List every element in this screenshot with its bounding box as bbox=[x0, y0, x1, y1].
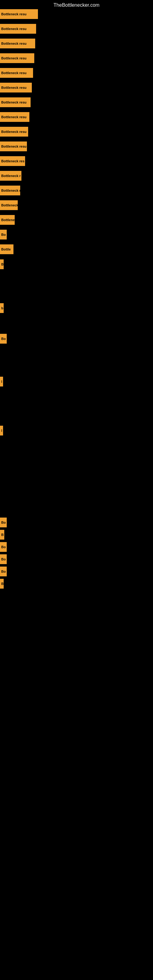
bar-label: B bbox=[1, 262, 4, 266]
bar-label: Bo bbox=[1, 337, 6, 340]
bar-label: Bottleneck resu bbox=[1, 41, 27, 45]
bar-label: Bottleneck resu bbox=[1, 115, 27, 119]
bar-item: Bottleneck resu bbox=[0, 97, 30, 107]
bar-item: Bottleneck res bbox=[0, 156, 25, 166]
bar-item: B bbox=[0, 259, 4, 269]
bar-item: Bo bbox=[0, 542, 7, 552]
bar-label: Bo bbox=[1, 545, 6, 549]
bar-item: Bo bbox=[0, 554, 7, 564]
bar-label: B bbox=[1, 582, 4, 585]
bar-label: Bottleneck resu bbox=[1, 71, 27, 75]
bar-label: Bottleneck resu bbox=[1, 27, 27, 30]
bar-label: Bottleneck r bbox=[1, 189, 20, 192]
bar-item: Bottleneck resu bbox=[0, 127, 28, 137]
bar-item: Bo bbox=[0, 517, 7, 527]
bar-label: Bottleneck resu bbox=[1, 145, 27, 148]
bar-item: Bo bbox=[0, 230, 7, 240]
bar-item: Bottleneck resu bbox=[0, 83, 32, 92]
bar-item: Bottle bbox=[0, 244, 13, 254]
bar-item: l bbox=[0, 377, 3, 387]
bar-item: B bbox=[0, 579, 4, 589]
bar-label: Bottleneck resu bbox=[1, 56, 27, 60]
bar-label: l bbox=[1, 380, 2, 383]
bar-item: Bottleneck resu bbox=[0, 24, 36, 34]
bar-label: Bottleneck resu bbox=[1, 100, 27, 104]
bar-item: b bbox=[0, 303, 4, 313]
bar-item: Bottleneck n bbox=[0, 200, 18, 210]
site-title: TheBottlenecker.com bbox=[0, 0, 153, 10]
bar-label: Bottleneck resu bbox=[1, 86, 27, 89]
bar-label: Bottleneck r bbox=[1, 174, 21, 178]
bar-item: Bottleneck resu bbox=[0, 53, 34, 63]
bar-item: Bottleneck resu bbox=[0, 9, 38, 19]
bar-item: Bottleneck resu bbox=[0, 112, 29, 122]
bar-item: Bo bbox=[0, 566, 7, 576]
bar-item: Bottleneck r bbox=[0, 171, 21, 181]
bar-label: B bbox=[1, 533, 4, 536]
bar-label: Bottlene bbox=[1, 218, 15, 222]
bar-item: Bottleneck resu bbox=[0, 68, 33, 78]
bar-item: Bottleneck r bbox=[0, 186, 20, 196]
bar-label: Bottleneck resu bbox=[1, 12, 27, 16]
bar-label: Bottleneck res bbox=[1, 159, 24, 163]
bar-item: Bottleneck resu bbox=[0, 38, 35, 48]
bar-label: Bottleneck resu bbox=[1, 130, 27, 134]
bar-label: Bo bbox=[1, 233, 6, 236]
bar-label: Bo bbox=[1, 557, 6, 561]
bar-item: B bbox=[0, 530, 4, 539]
bar-item: Bottlene bbox=[0, 215, 15, 225]
bar-label: Bottle bbox=[1, 247, 11, 251]
bar-label: Bo bbox=[1, 570, 6, 573]
bar-label: Bo bbox=[1, 520, 6, 524]
bar-label: b bbox=[1, 306, 3, 310]
bar-label: Bottleneck n bbox=[1, 204, 18, 207]
bar-label: l bbox=[1, 429, 2, 433]
bar-item: Bo bbox=[0, 334, 7, 344]
bar-item: l bbox=[0, 426, 3, 436]
bar-item: Bottleneck resu bbox=[0, 142, 27, 151]
